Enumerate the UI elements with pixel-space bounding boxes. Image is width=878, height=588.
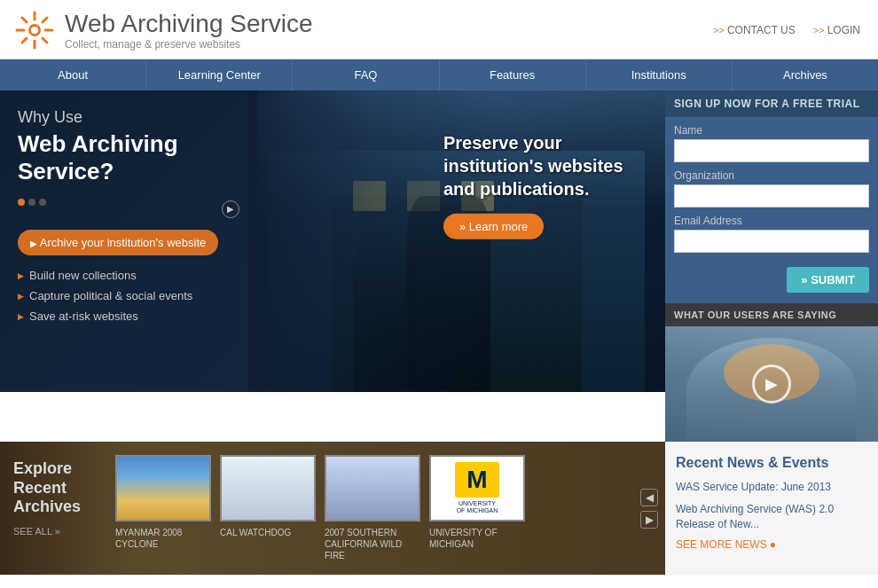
archive-thumb-myanmar [115, 455, 211, 521]
hero-left-panel: Why Use Web Archiving Service? ▶ Archive… [0, 90, 257, 392]
site-subtitle: Collect, manage & preserve websites [65, 38, 313, 51]
hero-why-use: Why Use [18, 108, 239, 127]
archive-thumb-michigan: M UNIVERSITYOF MICHIGAN [429, 455, 525, 521]
login-link-text[interactable]: LOGIN [827, 24, 860, 36]
org-label: Organization [674, 169, 869, 182]
archive-caption-watchdog: CAL WATCHDOG [220, 527, 317, 538]
contact-link-text[interactable]: CONTACT US [727, 24, 796, 36]
login-link[interactable]: >> LOGIN [813, 24, 860, 36]
svg-line-5 [22, 38, 27, 43]
nav-about[interactable]: About [0, 59, 146, 90]
name-input[interactable] [674, 139, 869, 162]
navigation: About Learning Center FAQ Features Insti… [0, 59, 878, 90]
svg-point-9 [31, 27, 38, 34]
header: Web Archiving Service Collect, manage & … [0, 0, 878, 59]
archive-caption-myanmar: MYANMAR 2008 CYCLONE [115, 527, 213, 550]
learn-more-button[interactable]: Learn more [443, 214, 544, 239]
play-button[interactable]: ▶ [752, 365, 791, 404]
archive-next-arrow[interactable]: ▶ [640, 511, 658, 529]
nav-institutions[interactable]: Institutions [586, 59, 733, 90]
explore-label-area: Explore Recent Archives SEE ALL » [0, 442, 106, 575]
sidebar: SIGN UP NOW FOR A FREE TRIAL Name Organi… [665, 90, 878, 442]
michigan-logo: M UNIVERSITYOF MICHIGAN [431, 457, 523, 520]
archive-thumb-california [325, 455, 420, 521]
svg-line-7 [22, 18, 27, 22]
archives-explore: Explore Recent Archives SEE ALL » MYANMA… [0, 442, 665, 575]
archive-item-myanmar[interactable]: MYANMAR 2008 CYCLONE [115, 455, 213, 550]
archive-item-michigan[interactable]: M UNIVERSITYOF MICHIGAN UNIVERSITY OF MI… [429, 455, 527, 550]
explore-title: Explore Recent Archives [13, 459, 93, 517]
signup-form: SIGN UP NOW FOR A FREE TRIAL Name Organi… [665, 90, 878, 303]
archive-institution-link[interactable]: Archive your institution's website [18, 230, 218, 255]
hero-tagline-area: Preserve your institution's websites and… [443, 131, 639, 239]
submit-button[interactable]: » SUBMIT [787, 267, 869, 293]
archive-item-california[interactable]: 2007 SOUTHERN CALIFORNIA WILD FIRE [325, 455, 422, 561]
archive-items-list: MYANMAR 2008 CYCLONE CAL WATCHDOG 2007 S… [106, 442, 633, 575]
hero-feature-3: Save at-risk websites [18, 310, 239, 323]
nav-archives[interactable]: Archives [733, 59, 878, 90]
carousel-dot-1[interactable] [18, 199, 25, 206]
hero-features-list: Build new collections Capture political … [18, 269, 239, 323]
michigan-m-icon: M [455, 462, 499, 498]
contact-link[interactable]: >> CONTACT US [713, 24, 796, 36]
see-more-arrow: ● [770, 538, 776, 551]
news-sidebar: Recent News & Events WAS Service Update:… [665, 442, 878, 575]
header-links: >> CONTACT US >> LOGIN [713, 24, 860, 36]
hero-service-name: Web Archiving Service? [18, 130, 239, 185]
hero-feature-2: Capture political & social events [18, 289, 239, 302]
archive-nav-arrows: ◀ ▶ [633, 442, 665, 575]
carousel-dot-3[interactable] [39, 199, 46, 206]
logo-text: Web Archiving Service Collect, manage & … [65, 10, 313, 51]
contact-arrow: >> [713, 25, 725, 35]
archive-caption-california: 2007 SOUTHERN CALIFORNIA WILD FIRE [325, 527, 422, 561]
org-input[interactable] [674, 184, 869, 208]
main-content: Why Use Web Archiving Service? ▶ Archive… [0, 90, 878, 442]
email-label: Email Address [674, 215, 869, 227]
bottom-section: Explore Recent Archives SEE ALL » MYANMA… [0, 442, 878, 575]
archive-item-watchdog[interactable]: CAL WATCHDOG [220, 455, 317, 538]
archive-caption-michigan: UNIVERSITY OF MICHIGAN [429, 527, 527, 550]
site-title: Web Archiving Service [65, 10, 313, 38]
name-label: Name [674, 124, 869, 137]
hero-tagline: Preserve your institution's websites and… [443, 131, 639, 200]
hero-carousel-dots [18, 199, 46, 206]
archive-thumb-watchdog [220, 455, 316, 521]
see-all-link[interactable]: SEE ALL » [13, 526, 93, 537]
users-saying-section: WHAT OUR USERS ARE SAYING ▶ [665, 303, 878, 442]
video-thumbnail[interactable]: ▶ [665, 326, 878, 442]
logo-icon [13, 9, 56, 51]
users-saying-header: WHAT OUR USERS ARE SAYING [665, 303, 878, 326]
nav-learning-center[interactable]: Learning Center [146, 59, 293, 90]
hero-next-button[interactable]: ▶ [222, 200, 239, 218]
svg-line-1 [43, 18, 47, 22]
signup-fields: Name Organization Email Address [665, 117, 878, 260]
hero-feature-1: Build new collections [18, 269, 239, 282]
nav-features[interactable]: Features [440, 59, 586, 90]
logo-area: Web Archiving Service Collect, manage & … [13, 9, 313, 51]
archive-prev-arrow[interactable]: ◀ [640, 489, 658, 506]
see-more-news-link[interactable]: SEE MORE NEWS ● [676, 538, 867, 551]
news-item-2[interactable]: Web Archiving Service (WAS) 2.0 Release … [676, 502, 867, 532]
news-item-1[interactable]: WAS Service Update: June 2013 [676, 480, 867, 495]
michigan-text: UNIVERSITYOF MICHIGAN [457, 500, 498, 515]
email-input[interactable] [674, 230, 869, 253]
hero-section: Why Use Web Archiving Service? ▶ Archive… [0, 90, 665, 392]
carousel-dot-2[interactable] [28, 199, 35, 206]
news-title: Recent News & Events [676, 455, 867, 471]
see-more-news-text: SEE MORE NEWS [676, 538, 767, 551]
login-arrow: >> [813, 25, 825, 35]
svg-line-3 [43, 38, 47, 43]
nav-faq[interactable]: FAQ [293, 59, 439, 90]
signup-header: SIGN UP NOW FOR A FREE TRIAL [665, 90, 878, 117]
